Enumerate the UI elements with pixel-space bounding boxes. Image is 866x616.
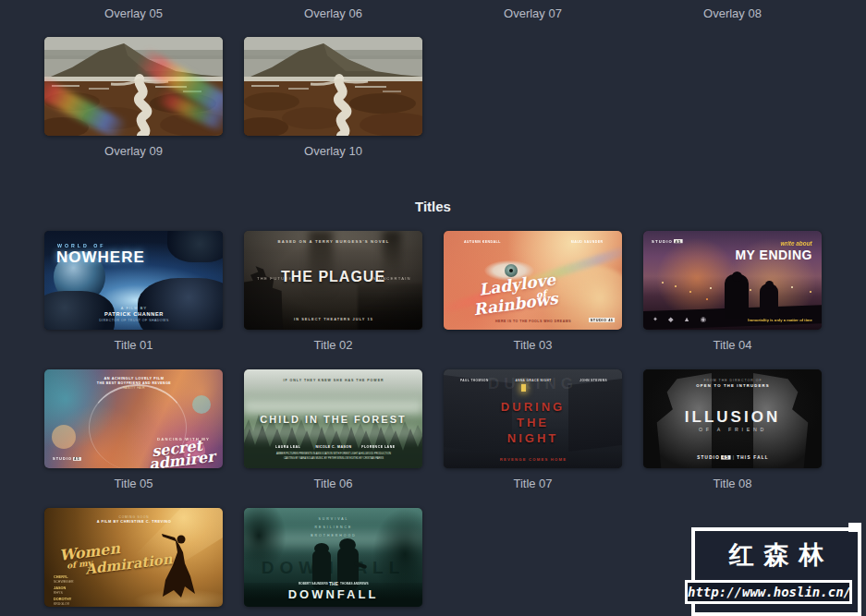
card-credit: SCHWEIGER [54,580,74,584]
card-credit: RHYS [54,591,63,595]
title-09-thumbnail[interactable]: COMING SOON A FILM BY CHRISTINE C. TREVI… [44,508,223,607]
card-title: ILLUSION [685,408,780,427]
card-top-note: FROM THE DIRECTOR OF [703,379,762,382]
card-title-line2: THE [517,416,549,429]
studio-badge: STUDIO45|THIS FALL [697,455,769,460]
card-bottom-note: HERE IS TO THE FOOLS WHO DREAMS [495,320,571,323]
title-07-thumbnail[interactable]: DURING PAUL THOMSON ANNA GRACE NIGHT JOH… [444,369,622,468]
title-03-thumbnail[interactable]: AUTUMN KENDALL MAUD SAUNDER Ladylove of … [444,231,622,330]
title-07-label: Title 07 [444,477,622,490]
card-credit: KRUGLOV [54,602,69,606]
card-tagline: Immortality is only a matter of time [748,318,812,321]
watermark-url: http://www.hoslin.cn/ [685,580,852,604]
title-06-thumbnail[interactable]: IF ONLY THEY KNEW SHE HAS THE POWER CHIL… [244,369,422,468]
card-credit: PATRICK CHANNER [104,311,163,317]
asteroid-art [138,278,223,330]
card-title: CHILD IN THE FOREST [260,414,406,425]
watermark-title: 红森林 [695,538,858,572]
card-top-note: THE BEST BOYFRIEND AND REVENGE [96,381,170,385]
overlay-06-label: Overlay 06 [244,6,422,20]
watermark-notch [848,523,861,532]
card-title-line1: DURING [501,400,565,414]
card-top-note: SURVIVAL [318,517,348,521]
pupil-art [509,269,513,272]
title-01-label: Title 01 [44,338,223,352]
card-top-note: AN ACHINGLY LOVELY FILM [104,377,164,380]
card-top-note: BASED ON A TERRY BURGESS'S NOVEL [277,239,389,243]
card-bottom-note: REVENGE COMES HOME [499,457,566,461]
card-credit: DIRECTOR OF TRUST OF SHADOWS [99,319,168,322]
person-silhouette-art [765,281,774,289]
card-top-note: RESILIENCE [314,525,352,529]
template-gallery-page: Overlay 05 Overlay 06 Overlay 07 Overlay… [0,0,866,616]
overlay-10-label: Overlay 10 [244,144,422,158]
card-name-right: THOMAS ANDREWS [340,582,369,585]
card-name: FLORENCE LANE [361,445,395,449]
card-name: LAURA LEAL [275,445,300,449]
card-bottom-note: IN SELECT THEATERS JULY 15 [293,318,372,321]
title-05-thumbnail[interactable]: AN ACHINGLY LOVELY FILM THE BEST BOYFRIE… [44,369,223,468]
title-02-label: Title 02 [244,338,422,352]
overlay-05-label: Overlay 05 [44,6,223,20]
studio-badge: STUDIO 45 [589,318,615,322]
card-credit-left: AUTUMN KENDALL [464,240,501,244]
overlay-07-label: Overlay 07 [444,6,622,20]
card-credit-right: MAUD SAUNDER [571,240,604,244]
card-title-line3: NIGHT [507,431,558,445]
card-credit: JASON [54,586,66,590]
title-08-label: Title 08 [643,477,822,490]
card-top-note: IF ONLY THEY KNEW SHE HAS THE POWER [283,379,384,382]
title-02-thumbnail[interactable]: BASED ON A TERRY BURGESS'S NOVEL THE FUT… [244,231,422,330]
fog-art [244,427,422,438]
card-top-note: OPEN TO THE INTRUDERS [696,383,769,387]
asteroid-art [167,231,223,262]
titles-section-heading: Titles [0,199,866,214]
bokeh-art [52,425,76,449]
lit-window-art [521,384,526,392]
card-the: THE [329,582,338,586]
card-name-left: ROBERT SAUNDERS [299,582,328,585]
overlay-08-label: Overlay 08 [643,6,822,20]
title-04-label: Title 04 [643,338,822,352]
card-right-note: IS UNCERTAIN [371,276,411,280]
partner-logos: ✦ ◆ ▲ ◉ [653,316,710,323]
card-top-note: A FILM BY CHRISTINE C. TREVINO [96,520,170,524]
title-01-thumbnail[interactable]: WORLD OF NOWHERE A FILM BY PATRICK CHANN… [44,231,223,330]
studio-badge: STUDIO45 [652,239,683,243]
card-title: THE PLAGUE [281,269,385,285]
card-top-note: BROTHERHOOD [311,534,357,537]
landscape-art [244,37,422,136]
studio-badge: STUDIO45 [53,457,81,461]
card-title: DOWNFALL [288,587,379,601]
card-credits: CASTING BY SARA NOLAN MUSIC BY PETER WIN… [283,457,383,460]
card-top-note: VANITY FAIR [123,386,145,389]
title-05-label: Title 05 [44,477,223,490]
title-04-thumbnail[interactable]: STUDIO45 write about MY ENDING ✦ ◆ ▲ ◉ I… [643,231,822,330]
title-08-thumbnail[interactable]: FROM THE DIRECTOR OF OPEN TO THE INTRUDE… [643,369,822,468]
card-title: NOWHERE [56,248,145,267]
asteroid-art [44,291,115,330]
card-credit-left: PAUL THOMSON [460,379,489,381]
card-subtitle: OF A FRIEND [699,427,767,431]
title-03-label: Title 03 [444,338,622,352]
overlay-10-thumbnail[interactable] [244,37,422,136]
card-credit-mid: ANNA GRACE NIGHT [515,379,551,381]
ghost-title-art: DURING [488,375,578,393]
bokeh-art [192,395,211,414]
title-10-thumbnail[interactable]: DOWNFALL SURVIVAL RESILIENCE BROTHERHOOD… [244,508,422,607]
card-name: NICOLE C. MASON [315,445,351,449]
city-lights-art [662,282,664,284]
card-credits: AMBER PICTURES PRESENTS IN ASSOCIATION W… [276,453,391,455]
title-06-label: Title 06 [244,477,422,490]
overlay-09-thumbnail[interactable] [44,37,223,136]
card-top-note: COMING SOON [118,515,149,518]
overlay-09-label: Overlay 09 [44,144,223,158]
card-credit: DOROTHY [54,598,71,601]
card-credit: A FILM BY [120,307,146,310]
card-kicker: write about [781,240,812,247]
person-silhouette-art [732,272,742,282]
card-credit: CHERYL [54,575,68,579]
fog-art [244,401,422,414]
card-kicker: WORLD OF [57,243,106,248]
card-title: MY ENDING [735,248,812,262]
